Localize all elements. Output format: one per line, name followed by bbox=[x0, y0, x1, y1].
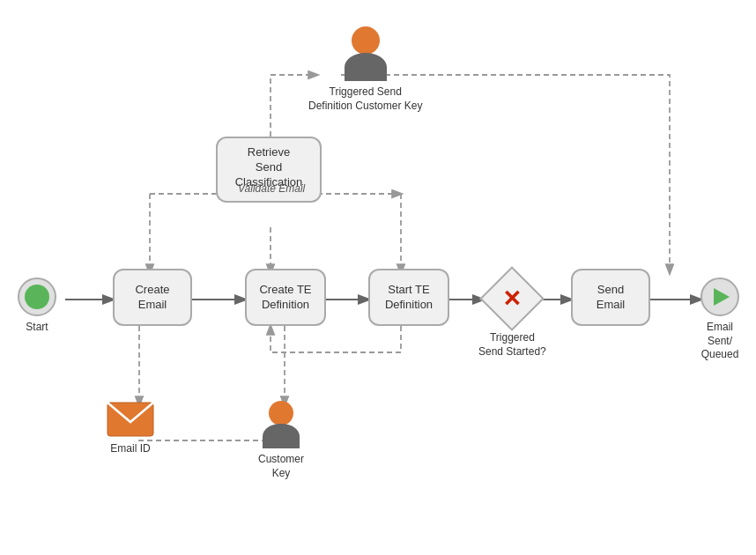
send-email-label: SendEmail bbox=[597, 283, 626, 313]
email-id-label: Email ID bbox=[110, 442, 150, 456]
end-triangle-icon bbox=[714, 288, 730, 306]
start-te-box: Start TEDefinition bbox=[368, 269, 449, 326]
start-te-label: Start TEDefinition bbox=[385, 283, 433, 313]
customer-key-person-icon bbox=[263, 401, 300, 448]
start-inner-circle bbox=[25, 285, 49, 309]
email-sent-label: EmailSent/Queued bbox=[701, 321, 739, 362]
diagram: Triggered SendDefinition Customer Key Re… bbox=[0, 0, 756, 555]
send-email-node: SendEmail bbox=[571, 269, 650, 326]
create-te-node: Create TEDefinition bbox=[245, 269, 326, 326]
customer-key-node: CustomerKey bbox=[258, 401, 304, 480]
email-envelope-icon bbox=[106, 401, 155, 438]
triggered-def-person-icon bbox=[345, 26, 387, 81]
email-sent-node: EmailSent/Queued bbox=[700, 278, 739, 362]
validate-email-label: Validate Email bbox=[238, 182, 305, 195]
diamond-x-icon: ✕ bbox=[502, 285, 522, 313]
send-email-box: SendEmail bbox=[571, 269, 650, 326]
create-email-box: CreateEmail bbox=[113, 269, 192, 326]
triggered-def-node: Triggered SendDefinition Customer Key bbox=[308, 26, 422, 113]
start-circle bbox=[18, 278, 56, 316]
end-circle bbox=[700, 278, 739, 316]
create-te-label: Create TEDefinition bbox=[259, 283, 311, 313]
triggered-def-label: Triggered SendDefinition Customer Key bbox=[308, 85, 422, 113]
triggered-diamond-node: ✕ TriggeredSend Started? bbox=[478, 269, 546, 359]
start-node: Start bbox=[18, 278, 56, 335]
create-email-label: CreateEmail bbox=[135, 283, 169, 313]
customer-key-label: CustomerKey bbox=[258, 453, 304, 480]
triggered-started-label: TriggeredSend Started? bbox=[478, 331, 546, 359]
start-te-node: Start TEDefinition bbox=[368, 269, 449, 326]
create-email-node: CreateEmail bbox=[113, 269, 192, 326]
create-te-box: Create TEDefinition bbox=[245, 269, 326, 326]
start-label: Start bbox=[26, 321, 48, 335]
email-id-node: Email ID bbox=[106, 401, 155, 456]
